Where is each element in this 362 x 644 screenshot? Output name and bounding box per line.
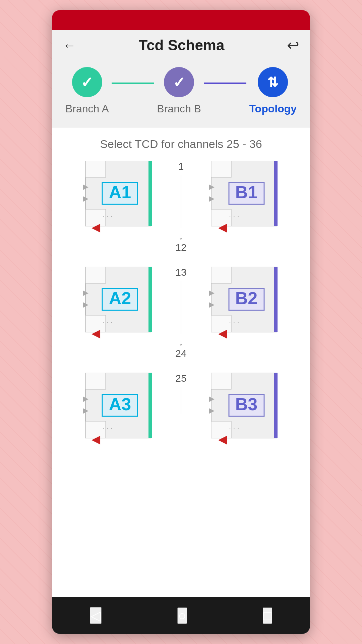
channel-axis-3: 25: [166, 373, 196, 416]
svg-text:▶: ▶: [209, 394, 215, 403]
svg-text:· · ·: · · ·: [102, 212, 113, 220]
svg-text:◀: ◀: [218, 327, 227, 339]
tcd-module-a1[interactable]: ▶ ▶ A1 · · · ◀: [75, 161, 159, 234]
channel-num-end-1: 12: [175, 242, 186, 253]
header: ← Tcd Schema ↩: [52, 30, 310, 60]
channel-arrow-2: ↓: [179, 337, 183, 348]
svg-rect-51: [211, 373, 231, 389]
tcd-module-b3-wrapper[interactable]: ▶ ▶ B3 · · · ◀: [196, 373, 310, 446]
step-circle-topology: ⇅: [258, 67, 288, 97]
svg-text:▶: ▶: [83, 182, 88, 191]
module-b2-svg: ▶ ▶ B2 · · · ◀: [203, 267, 287, 340]
svg-text:◀: ◀: [218, 221, 227, 233]
svg-text:▶: ▶: [209, 182, 215, 191]
svg-text:B3: B3: [235, 394, 257, 414]
svg-rect-21: [85, 267, 106, 283]
svg-rect-13: [274, 161, 278, 226]
page-title: Tcd Schema: [139, 37, 225, 54]
channel-line-1: [181, 175, 181, 228]
svg-text:▶: ▶: [83, 194, 88, 203]
step-label-branch-b: Branch B: [157, 103, 201, 115]
tcd-row-1: ▶ ▶ A1 · · · ◀ 1 ↓ 12: [52, 161, 310, 253]
step-circle-branch-a: ✓: [72, 67, 102, 97]
module-a1-svg: ▶ ▶ A1 · · · ◀: [75, 161, 159, 234]
svg-text:◀: ◀: [218, 433, 227, 445]
svg-text:A2: A2: [109, 288, 131, 308]
step-check-branch-b: ✓: [173, 74, 185, 91]
tcd-module-a3[interactable]: ▶ ▶ A3 · · · ◀: [75, 373, 159, 446]
tcd-module-b2-wrapper[interactable]: ▶ ▶ B2 · · · ◀: [196, 267, 310, 340]
svg-text:◀: ◀: [92, 221, 101, 233]
svg-text:B1: B1: [235, 182, 257, 202]
channel-num-start-2: 13: [175, 267, 186, 278]
channel-axis-1: 1 ↓ 12: [166, 161, 196, 253]
main-content: Select TCD for channels 25 - 36 ▶: [52, 127, 310, 597]
nav-home-button[interactable]: ○: [177, 607, 187, 624]
tcd-module-b1-wrapper[interactable]: ▶ ▶ B1 · · · ◀: [196, 161, 310, 234]
svg-rect-11: [211, 161, 231, 177]
svg-text:▶: ▶: [209, 300, 215, 309]
tcd-module-b2[interactable]: ▶ ▶ B2 · · · ◀: [203, 267, 287, 340]
tcd-module-a2[interactable]: ▶ ▶ A2 · · · ◀: [75, 267, 159, 340]
channel-num-end-2: 24: [175, 348, 186, 359]
status-bar: [52, 10, 310, 30]
svg-rect-41: [85, 373, 106, 389]
phone-frame: ← Tcd Schema ↩ ✓ Branch A ✓ Branch B: [52, 10, 310, 634]
module-b1-svg: ▶ ▶ B1 · · · ◀: [203, 161, 287, 234]
module-a3-svg: ▶ ▶ A3 · · · ◀: [75, 373, 159, 446]
svg-text:· · ·: · · ·: [229, 212, 239, 220]
svg-text:▶: ▶: [83, 406, 88, 415]
step-check-branch-a: ✓: [81, 74, 93, 91]
step-topology[interactable]: ⇅ Topology: [249, 67, 297, 115]
stepper-section: ✓ Branch A ✓ Branch B ⇅ Topology: [52, 60, 310, 127]
svg-text:◀: ◀: [92, 327, 101, 339]
tcd-module-a2-wrapper[interactable]: ▶ ▶ A2 · · · ◀: [52, 267, 166, 340]
step-circle-branch-b: ✓: [164, 67, 194, 97]
step-branch-b[interactable]: ✓ Branch B: [157, 67, 201, 115]
tcd-row-2: ▶ ▶ A2 · · · ◀ 13 ↓ 24: [52, 267, 310, 359]
svg-rect-53: [274, 373, 278, 438]
svg-rect-33: [274, 267, 278, 332]
svg-text:◀: ◀: [92, 433, 101, 445]
svg-rect-31: [211, 267, 231, 283]
svg-rect-43: [148, 373, 152, 438]
svg-rect-3: [148, 161, 152, 226]
channel-axis-2: 13 ↓ 24: [166, 267, 196, 359]
back-button[interactable]: ←: [63, 39, 76, 52]
svg-text:▶: ▶: [83, 394, 88, 403]
svg-text:A3: A3: [109, 394, 131, 414]
svg-text:▶: ▶: [83, 300, 88, 309]
tcd-module-b1[interactable]: ▶ ▶ B1 · · · ◀: [203, 161, 287, 234]
module-b3-svg: ▶ ▶ B3 · · · ◀: [203, 373, 287, 446]
svg-text:▶: ▶: [209, 194, 215, 203]
nav-back-button[interactable]: ◁: [90, 607, 102, 624]
channel-num-start-3: 25: [175, 373, 186, 384]
svg-text:▶: ▶: [209, 406, 215, 415]
step-branch-a[interactable]: ✓ Branch A: [65, 67, 109, 115]
svg-text:A1: A1: [109, 182, 131, 202]
step-line-1: [112, 83, 154, 84]
nav-recent-button[interactable]: □: [263, 607, 272, 624]
svg-rect-1: [85, 161, 106, 177]
channel-num-start-1: 1: [178, 161, 184, 172]
step-label-branch-a: Branch A: [65, 103, 109, 115]
navigation-bar: ◁ ○ □: [52, 597, 310, 634]
svg-text:· · ·: · · ·: [102, 318, 113, 326]
tcd-module-b3[interactable]: ▶ ▶ B3 · · · ◀: [203, 373, 287, 446]
tcd-module-a3-wrapper[interactable]: ▶ ▶ A3 · · · ◀: [52, 373, 166, 446]
step-line-2: [204, 83, 246, 84]
svg-text:· · ·: · · ·: [102, 424, 113, 432]
step-label-topology: Topology: [249, 103, 297, 115]
tcd-module-a1-wrapper[interactable]: ▶ ▶ A1 · · · ◀: [52, 161, 166, 234]
step-icon-topology: ⇅: [267, 74, 279, 90]
svg-text:▶: ▶: [83, 288, 88, 297]
tcd-row-3: ▶ ▶ A3 · · · ◀ 25: [52, 373, 310, 446]
module-a2-svg: ▶ ▶ A2 · · · ◀: [75, 267, 159, 340]
svg-text:▶: ▶: [209, 288, 215, 297]
undo-button[interactable]: ↩: [287, 38, 299, 53]
channel-line-3: [181, 387, 181, 414]
svg-text:· · ·: · · ·: [229, 318, 239, 326]
svg-text:B2: B2: [235, 288, 257, 308]
channel-line-2: [181, 281, 181, 334]
stepper: ✓ Branch A ✓ Branch B ⇅ Topology: [65, 67, 297, 115]
